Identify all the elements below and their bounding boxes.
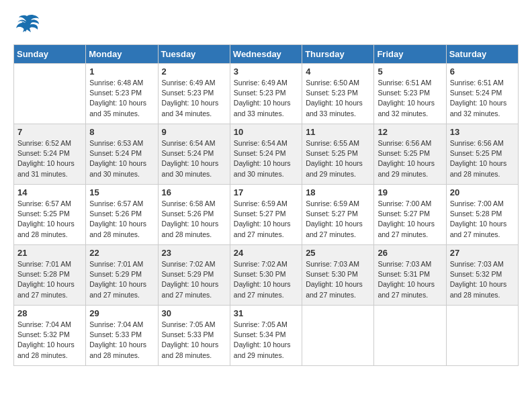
day-info: Sunrise: 6:49 AM Sunset: 5:23 PM Dayligh… xyxy=(234,78,298,119)
day-info: Sunrise: 6:59 AM Sunset: 5:27 PM Dayligh… xyxy=(306,199,370,240)
day-number: 14 xyxy=(17,187,82,197)
day-info: Sunrise: 6:58 AM Sunset: 5:26 PM Dayligh… xyxy=(162,199,226,240)
calendar-cell: 28Sunrise: 7:04 AM Sunset: 5:32 PM Dayli… xyxy=(14,306,86,366)
day-info: Sunrise: 6:51 AM Sunset: 5:23 PM Dayligh… xyxy=(378,78,442,119)
calendar-cell: 2Sunrise: 6:49 AM Sunset: 5:23 PM Daylig… xyxy=(158,64,230,124)
day-number: 11 xyxy=(306,127,370,137)
calendar-cell: 21Sunrise: 7:01 AM Sunset: 5:28 PM Dayli… xyxy=(14,245,86,306)
day-info: Sunrise: 7:04 AM Sunset: 5:33 PM Dayligh… xyxy=(89,320,154,361)
day-header-monday: Monday xyxy=(86,45,158,64)
day-info: Sunrise: 7:02 AM Sunset: 5:29 PM Dayligh… xyxy=(162,259,226,300)
day-number: 22 xyxy=(89,248,154,258)
day-info: Sunrise: 6:55 AM Sunset: 5:25 PM Dayligh… xyxy=(306,138,370,179)
day-info: Sunrise: 7:02 AM Sunset: 5:30 PM Dayligh… xyxy=(234,259,298,300)
day-info: Sunrise: 7:00 AM Sunset: 5:28 PM Dayligh… xyxy=(450,199,515,240)
logo xyxy=(13,13,43,38)
day-number: 23 xyxy=(162,248,226,258)
day-number: 2 xyxy=(162,66,226,77)
day-info: Sunrise: 6:48 AM Sunset: 5:23 PM Dayligh… xyxy=(89,78,154,119)
day-number: 16 xyxy=(162,187,226,197)
day-info: Sunrise: 6:57 AM Sunset: 5:26 PM Dayligh… xyxy=(89,199,154,240)
day-info: Sunrise: 6:49 AM Sunset: 5:23 PM Dayligh… xyxy=(162,78,226,119)
day-number: 10 xyxy=(234,127,298,137)
calendar-cell: 25Sunrise: 7:03 AM Sunset: 5:30 PM Dayli… xyxy=(302,245,374,306)
calendar-cell: 23Sunrise: 7:02 AM Sunset: 5:29 PM Dayli… xyxy=(158,245,230,306)
calendar-cell: 7Sunrise: 6:52 AM Sunset: 5:24 PM Daylig… xyxy=(14,124,86,185)
day-info: Sunrise: 6:51 AM Sunset: 5:24 PM Dayligh… xyxy=(450,78,515,119)
day-info: Sunrise: 7:00 AM Sunset: 5:27 PM Dayligh… xyxy=(378,199,442,240)
calendar-cell xyxy=(14,64,86,124)
day-info: Sunrise: 6:54 AM Sunset: 5:24 PM Dayligh… xyxy=(234,138,298,179)
calendar-cell: 29Sunrise: 7:04 AM Sunset: 5:33 PM Dayli… xyxy=(86,306,158,366)
calendar-cell: 5Sunrise: 6:51 AM Sunset: 5:23 PM Daylig… xyxy=(374,64,446,124)
calendar-cell: 8Sunrise: 6:53 AM Sunset: 5:24 PM Daylig… xyxy=(86,124,158,185)
calendar-cell xyxy=(374,306,446,366)
day-number: 8 xyxy=(89,127,154,137)
day-number: 3 xyxy=(234,66,298,77)
calendar-cell: 17Sunrise: 6:59 AM Sunset: 5:27 PM Dayli… xyxy=(230,185,302,245)
day-number: 26 xyxy=(378,248,442,258)
calendar-cell: 19Sunrise: 7:00 AM Sunset: 5:27 PM Dayli… xyxy=(374,185,446,245)
calendar-cell: 12Sunrise: 6:56 AM Sunset: 5:25 PM Dayli… xyxy=(374,124,446,185)
day-number: 21 xyxy=(17,248,82,258)
calendar-cell xyxy=(446,306,518,366)
calendar-cell: 27Sunrise: 7:03 AM Sunset: 5:32 PM Dayli… xyxy=(446,245,518,306)
calendar-week-4: 21Sunrise: 7:01 AM Sunset: 5:28 PM Dayli… xyxy=(14,245,519,306)
calendar-cell: 18Sunrise: 6:59 AM Sunset: 5:27 PM Dayli… xyxy=(302,185,374,245)
calendar-cell: 20Sunrise: 7:00 AM Sunset: 5:28 PM Dayli… xyxy=(446,185,518,245)
calendar-cell: 16Sunrise: 6:58 AM Sunset: 5:26 PM Dayli… xyxy=(158,185,230,245)
calendar-cell: 6Sunrise: 6:51 AM Sunset: 5:24 PM Daylig… xyxy=(446,64,518,124)
day-header-sunday: Sunday xyxy=(14,45,86,64)
logo-icon xyxy=(13,13,40,38)
day-header-saturday: Saturday xyxy=(446,45,518,64)
day-info: Sunrise: 6:59 AM Sunset: 5:27 PM Dayligh… xyxy=(234,199,298,240)
calendar-cell: 14Sunrise: 6:57 AM Sunset: 5:25 PM Dayli… xyxy=(14,185,86,245)
day-header-thursday: Thursday xyxy=(302,45,374,64)
day-number: 17 xyxy=(234,187,298,197)
day-number: 29 xyxy=(89,308,154,318)
day-number: 13 xyxy=(450,127,515,137)
day-info: Sunrise: 6:54 AM Sunset: 5:24 PM Dayligh… xyxy=(162,138,226,179)
day-info: Sunrise: 6:56 AM Sunset: 5:25 PM Dayligh… xyxy=(378,138,442,179)
day-info: Sunrise: 7:03 AM Sunset: 5:32 PM Dayligh… xyxy=(450,259,515,300)
calendar-cell xyxy=(302,306,374,366)
day-number: 1 xyxy=(89,66,154,77)
day-number: 5 xyxy=(378,66,442,77)
calendar-cell: 10Sunrise: 6:54 AM Sunset: 5:24 PM Dayli… xyxy=(230,124,302,185)
day-number: 6 xyxy=(450,66,515,77)
calendar-cell: 1Sunrise: 6:48 AM Sunset: 5:23 PM Daylig… xyxy=(86,64,158,124)
calendar-cell: 9Sunrise: 6:54 AM Sunset: 5:24 PM Daylig… xyxy=(158,124,230,185)
calendar-cell: 22Sunrise: 7:01 AM Sunset: 5:29 PM Dayli… xyxy=(86,245,158,306)
calendar-cell: 3Sunrise: 6:49 AM Sunset: 5:23 PM Daylig… xyxy=(230,64,302,124)
day-info: Sunrise: 7:03 AM Sunset: 5:30 PM Dayligh… xyxy=(306,259,370,300)
day-info: Sunrise: 7:05 AM Sunset: 5:34 PM Dayligh… xyxy=(234,320,298,361)
calendar-week-5: 28Sunrise: 7:04 AM Sunset: 5:32 PM Dayli… xyxy=(14,306,519,366)
calendar-week-2: 7Sunrise: 6:52 AM Sunset: 5:24 PM Daylig… xyxy=(14,124,519,185)
day-header-tuesday: Tuesday xyxy=(158,45,230,64)
day-number: 20 xyxy=(450,187,515,197)
day-info: Sunrise: 6:53 AM Sunset: 5:24 PM Dayligh… xyxy=(89,138,154,179)
day-number: 15 xyxy=(89,187,154,197)
day-number: 24 xyxy=(234,248,298,258)
day-number: 18 xyxy=(306,187,370,197)
calendar-cell: 11Sunrise: 6:55 AM Sunset: 5:25 PM Dayli… xyxy=(302,124,374,185)
day-info: Sunrise: 6:52 AM Sunset: 5:24 PM Dayligh… xyxy=(17,138,82,179)
day-info: Sunrise: 7:04 AM Sunset: 5:32 PM Dayligh… xyxy=(17,320,82,361)
page-header xyxy=(13,13,519,38)
day-number: 7 xyxy=(17,127,82,137)
day-info: Sunrise: 7:01 AM Sunset: 5:28 PM Dayligh… xyxy=(17,259,82,300)
day-number: 9 xyxy=(162,127,226,137)
calendar-cell: 30Sunrise: 7:05 AM Sunset: 5:33 PM Dayli… xyxy=(158,306,230,366)
calendar-table: SundayMondayTuesdayWednesdayThursdayFrid… xyxy=(13,44,519,366)
day-info: Sunrise: 7:01 AM Sunset: 5:29 PM Dayligh… xyxy=(89,259,154,300)
day-header-friday: Friday xyxy=(374,45,446,64)
calendar-week-1: 1Sunrise: 6:48 AM Sunset: 5:23 PM Daylig… xyxy=(14,64,519,124)
day-number: 19 xyxy=(378,187,442,197)
day-number: 27 xyxy=(450,248,515,258)
day-info: Sunrise: 6:50 AM Sunset: 5:23 PM Dayligh… xyxy=(306,78,370,119)
day-number: 25 xyxy=(306,248,370,258)
calendar-cell: 4Sunrise: 6:50 AM Sunset: 5:23 PM Daylig… xyxy=(302,64,374,124)
calendar-cell: 15Sunrise: 6:57 AM Sunset: 5:26 PM Dayli… xyxy=(86,185,158,245)
day-number: 4 xyxy=(306,66,370,77)
calendar-cell: 13Sunrise: 6:56 AM Sunset: 5:25 PM Dayli… xyxy=(446,124,518,185)
